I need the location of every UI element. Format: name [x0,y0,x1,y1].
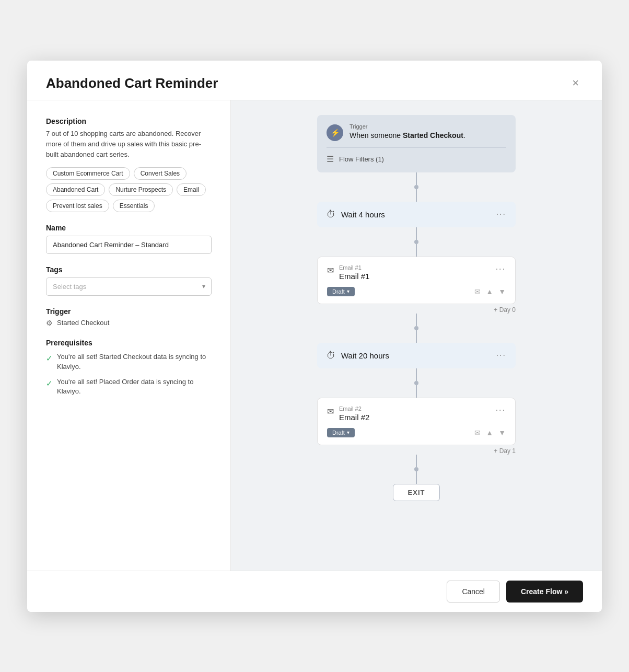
email-block-footer: Draft ▾ ✉ ▲ ▼ [327,428,506,437]
trigger-block-desc: When someone Started Checkout. [350,131,506,141]
trigger-desc-suffix: . [463,131,465,140]
trigger-desc-prefix: When someone [350,131,403,140]
trigger-section: Trigger ⚙ Started Checkout [46,307,212,327]
more-options-button[interactable]: ··· [496,264,506,274]
check-icon: ✓ [46,378,53,389]
flow-connector [416,172,417,185]
tags-label: Tags [46,265,212,274]
trigger-block-text: Trigger When someone Started Checkout. [350,123,506,141]
close-button[interactable]: × [568,75,583,91]
action-icons: ✉ ▲ ▼ [474,428,506,437]
flow-container: ⚡ Trigger When someone Started Checkout.… [317,115,516,501]
email-block-footer: Draft ▾ ✉ ▲ ▼ [327,287,506,296]
wait-left: ⏱ Wait 4 hours [327,209,385,220]
tags-section: Tags Select tags ▾ [46,265,212,296]
tag-pill: Custom Ecommerce Cart [46,167,130,180]
prereq-text: You're all set! Placed Order data is syn… [57,377,212,397]
email-meta: Email #1 [339,264,369,271]
email-left: ✉ Email #1 Email #1 [327,264,369,281]
tag-pill: Convert Sales [134,167,187,180]
day-label-1: + Day 1 [317,447,516,455]
flow-connector [416,330,417,343]
chevron-down-icon: ▾ [347,288,350,294]
flow-connector-dot [414,467,418,471]
flow-filter-label: Flow Filters (1) [339,155,384,163]
gear-icon: ⚙ [46,319,53,327]
trigger-row: ⚙ Started Checkout [46,319,212,327]
email-name: Email #2 [339,413,369,422]
modal-header: Abandoned Cart Reminder × [27,61,602,100]
trigger-block-header: ⚡ Trigger When someone Started Checkout. [327,123,506,141]
modal-title: Abandoned Cart Reminder [46,75,218,91]
tag-pill: Essentials [113,200,155,212]
action-icons: ✉ ▲ ▼ [474,287,506,296]
modal: Abandoned Cart Reminder × Description 7 … [27,61,602,612]
email-info: Email #1 Email #1 [339,264,369,281]
flow-connector-dot [414,381,418,385]
day-label-0: + Day 0 [317,306,516,314]
cancel-button[interactable]: Cancel [447,581,500,603]
check-icon: ✓ [46,353,53,364]
tags-select-wrapper: Select tags ▾ [46,277,212,296]
filter-icon[interactable]: ▼ [498,428,506,437]
flow-connector-dot [414,326,418,330]
email-name: Email #1 [339,272,369,281]
trigger-value: Started Checkout [57,319,109,327]
flow-connector [416,244,417,257]
description-text: 7 out of 10 shopping carts are abandoned… [46,129,212,160]
flow-connector [416,368,417,381]
envelope-icon: ✉ [327,407,334,416]
prereq-label: Prerequisites [46,339,212,347]
up-icon[interactable]: ▲ [486,287,493,296]
draft-label: Draft [332,288,345,295]
more-options-button[interactable]: ··· [496,405,506,415]
wait-label: Wait 20 hours [341,351,389,360]
email-block-header: ✉ Email #2 Email #2 ··· [327,405,506,422]
prerequisites-section: Prerequisites ✓ You're all set! Started … [46,339,212,397]
trigger-block-label: Trigger [350,123,506,130]
modal-footer: Cancel Create Flow » [27,571,602,612]
name-input[interactable] [46,236,212,254]
name-label: Name [46,224,212,232]
prereq-item: ✓ You're all set! Started Checkout data … [46,352,212,372]
flow-connector [416,471,417,484]
more-options-button[interactable]: ··· [496,210,506,219]
email-block-header: ✉ Email #1 Email #1 ··· [327,264,506,281]
send-icon[interactable]: ✉ [474,287,481,296]
email-info: Email #2 Email #2 [339,405,369,422]
draft-badge[interactable]: Draft ▾ [327,287,355,296]
flow-connector [416,385,417,398]
wait-left: ⏱ Wait 20 hours [327,350,389,361]
flow-connector-dot [414,240,418,244]
tag-pill: Prevent lost sales [46,200,109,212]
filter-icon[interactable]: ▼ [498,287,506,296]
exit-label: EXIT [408,489,425,496]
send-icon[interactable]: ✉ [474,428,481,437]
tags-select[interactable]: Select tags [46,277,212,296]
trigger-block: ⚡ Trigger When someone Started Checkout.… [317,115,516,172]
wait-block-1: ⏱ Wait 4 hours ··· [317,202,516,227]
email-block-1: ✉ Email #1 Email #1 ··· Draft ▾ [317,257,516,304]
envelope-icon: ✉ [327,265,334,275]
more-options-button[interactable]: ··· [496,351,506,360]
left-panel: Description 7 out of 10 shopping carts a… [27,100,231,571]
prereq-text: You're all set! Started Checkout data is… [57,352,212,372]
clock-icon: ⏱ [327,209,336,220]
clock-icon: ⏱ [327,350,336,361]
prereq-item: ✓ You're all set! Placed Order data is s… [46,377,212,397]
filter-icon: ☰ [327,154,334,164]
tag-pill: Abandoned Cart [46,183,105,196]
flow-connector [416,227,417,240]
modal-body: Description 7 out of 10 shopping carts a… [27,100,602,571]
name-section: Name [46,224,212,254]
exit-block: EXIT [393,484,440,501]
flow-filter-row[interactable]: ☰ Flow Filters (1) [327,147,506,164]
tag-pill: Email [177,183,206,196]
chevron-down-icon: ▾ [347,430,350,435]
trigger-desc-bold: Started Checkout [403,131,463,140]
draft-badge[interactable]: Draft ▾ [327,428,355,437]
create-flow-button[interactable]: Create Flow » [506,581,583,603]
flow-connector [416,455,417,467]
up-icon[interactable]: ▲ [486,428,493,437]
flow-connector-dot [414,185,418,189]
